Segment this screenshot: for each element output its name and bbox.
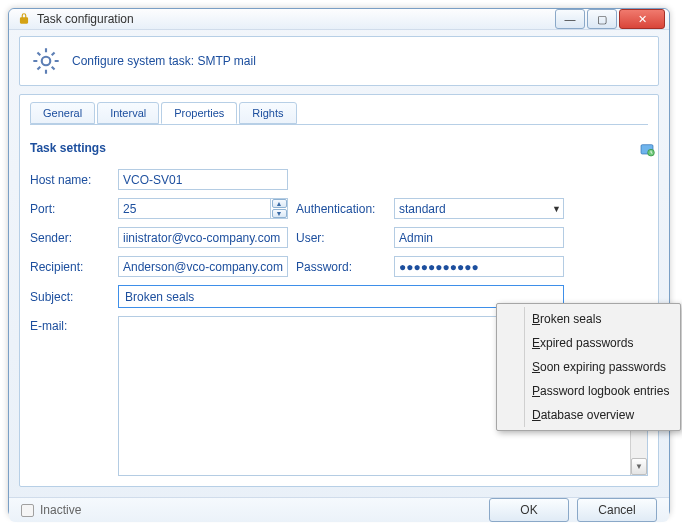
ok-button[interactable]: OK: [489, 498, 569, 522]
auth-value: standard: [399, 202, 446, 216]
section-title: Task settings: [30, 141, 648, 155]
tab-strip: General Interval Properties Rights: [30, 102, 648, 124]
task-header-text: Configure system task: SMTP mail: [72, 54, 256, 68]
context-menu-item[interactable]: Password logbook entries: [526, 379, 677, 403]
user-input[interactable]: [394, 227, 564, 248]
task-header: Configure system task: SMTP mail: [19, 36, 659, 86]
cancel-button[interactable]: Cancel: [577, 498, 657, 522]
tab-properties[interactable]: Properties: [161, 102, 237, 124]
context-menu-item[interactable]: Expired passwords: [526, 331, 677, 355]
email-label: E-mail:: [30, 316, 110, 333]
gear-icon: [30, 45, 62, 77]
titlebar: Task configuration — ▢ ✕: [9, 9, 669, 30]
host-input[interactable]: [118, 169, 288, 190]
host-label: Host name:: [30, 173, 110, 187]
dialog-window: Task configuration — ▢ ✕ Configure syste…: [8, 8, 670, 517]
port-spin-up[interactable]: ▲: [272, 199, 287, 208]
user-label: User:: [296, 231, 386, 245]
window-title: Task configuration: [37, 12, 555, 26]
port-label: Port:: [30, 202, 110, 216]
tab-interval[interactable]: Interval: [97, 102, 159, 124]
port-spin-down[interactable]: ▼: [272, 209, 287, 218]
inactive-label: Inactive: [40, 503, 81, 517]
auth-label: Authentication:: [296, 202, 386, 216]
recipient-input[interactable]: [118, 256, 288, 277]
context-menu-item[interactable]: Database overview: [526, 403, 677, 427]
minimize-button[interactable]: —: [555, 9, 585, 29]
window-buttons: — ▢ ✕: [555, 9, 665, 29]
maximize-button[interactable]: ▢: [587, 9, 617, 29]
subject-label: Subject:: [30, 290, 110, 304]
port-value: 25: [119, 202, 270, 216]
auth-select[interactable]: standard ▼: [394, 198, 564, 219]
tab-general[interactable]: General: [30, 102, 95, 124]
port-input[interactable]: 25 ▲ ▼: [118, 198, 288, 219]
port-spinner: ▲ ▼: [270, 199, 287, 219]
chevron-down-icon: ▼: [552, 204, 561, 214]
subject-input[interactable]: [123, 289, 559, 305]
footer: Inactive OK Cancel: [9, 497, 669, 522]
form-grid: Host name: Port: 25 ▲ ▼ Authentication: …: [30, 169, 648, 308]
lock-icon: [17, 12, 31, 26]
sender-input[interactable]: [118, 227, 288, 248]
sender-label: Sender:: [30, 231, 110, 245]
close-button[interactable]: ✕: [619, 9, 665, 29]
password-label: Password:: [296, 260, 386, 274]
scroll-down-button[interactable]: ▼: [631, 458, 647, 475]
inactive-checkbox[interactable]: [21, 504, 34, 517]
svg-point-0: [42, 57, 51, 66]
tab-rights[interactable]: Rights: [239, 102, 296, 124]
recipient-label: Recipient:: [30, 260, 110, 274]
template-context-menu: Broken sealsExpired passwordsSoon expiri…: [496, 303, 681, 431]
password-input[interactable]: [394, 256, 564, 277]
context-menu-item[interactable]: Soon expiring passwords: [526, 355, 677, 379]
context-menu-item[interactable]: Broken seals: [526, 307, 677, 331]
